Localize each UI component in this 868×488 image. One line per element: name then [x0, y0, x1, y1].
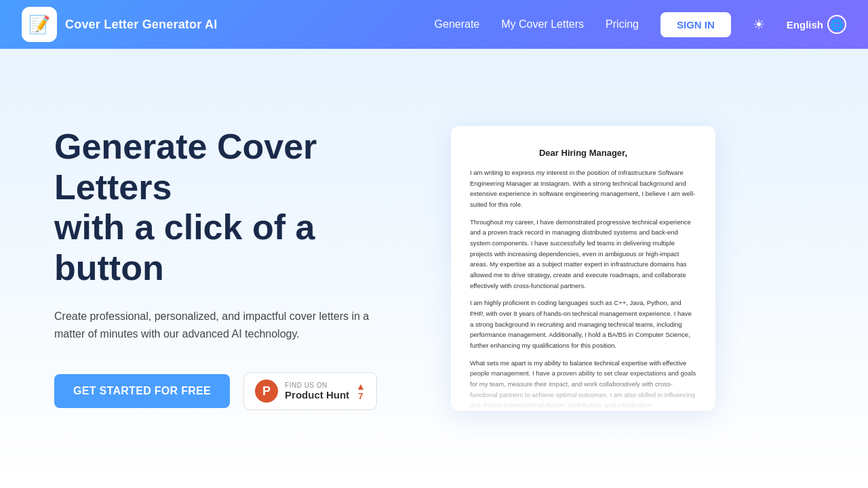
vote-count: 7 [358, 391, 363, 401]
brand-name: Cover Letter Generator AI [65, 18, 217, 32]
brand-logo-icon: 📝 [22, 7, 57, 42]
letter-paragraph-4: What sets me apart is my ability to bala… [470, 358, 696, 411]
theme-toggle-button[interactable]: ☀ [753, 16, 765, 33]
language-selector[interactable]: English 🌐 [787, 15, 846, 34]
upvote-arrow-icon: ▲ [356, 382, 366, 391]
nav-links: Generate My Cover Letters Pricing SIGN I… [435, 12, 846, 37]
letter-paragraph-1: I am writing to express my interest in t… [470, 167, 696, 210]
nav-generate-link[interactable]: Generate [435, 18, 480, 30]
product-hunt-vote: ▲ 7 [356, 382, 366, 401]
letter-preview-card: Dear Hiring Manager, I am writing to exp… [451, 126, 715, 411]
sun-icon: ☀ [753, 16, 765, 33]
hero-left-content: Generate Cover Letters with a click of a… [54, 127, 448, 410]
hero-buttons: GET STARTED FOR FREE P FIND US ON Produc… [54, 372, 420, 410]
hero-title: Generate Cover Letters with a click of a… [54, 127, 420, 289]
nav-brand: 📝 Cover Letter Generator AI [22, 7, 217, 42]
letter-paragraph-3: I am highly proficient in coding languag… [470, 298, 696, 350]
globe-icon: 🌐 [827, 15, 846, 34]
nav-my-cover-letters-link[interactable]: My Cover Letters [501, 18, 584, 30]
product-hunt-find-label: FIND US ON [285, 382, 349, 389]
product-hunt-logo: P [255, 380, 278, 403]
product-hunt-badge[interactable]: P FIND US ON Product Hunt ▲ 7 [243, 372, 377, 410]
product-hunt-name: Product Hunt [285, 389, 349, 401]
product-hunt-text: FIND US ON Product Hunt [285, 382, 349, 401]
hero-section: Generate Cover Letters with a click of a… [0, 49, 868, 488]
sign-in-button[interactable]: SIGN IN [660, 12, 731, 37]
nav-pricing-link[interactable]: Pricing [606, 18, 639, 30]
get-started-button[interactable]: GET STARTED FOR FREE [54, 374, 230, 408]
hero-subtitle: Create professional, personalized, and i… [54, 308, 393, 342]
language-label: English [787, 19, 823, 30]
hero-right-preview: Dear Hiring Manager, I am writing to exp… [448, 126, 719, 411]
navbar: 📝 Cover Letter Generator AI Generate My … [0, 0, 868, 49]
letter-greeting: Dear Hiring Manager, [470, 148, 696, 158]
letter-paragraph-2: Throughout my career, I have demonstrate… [470, 217, 696, 291]
letter-body: I am writing to express my interest in t… [470, 167, 696, 411]
